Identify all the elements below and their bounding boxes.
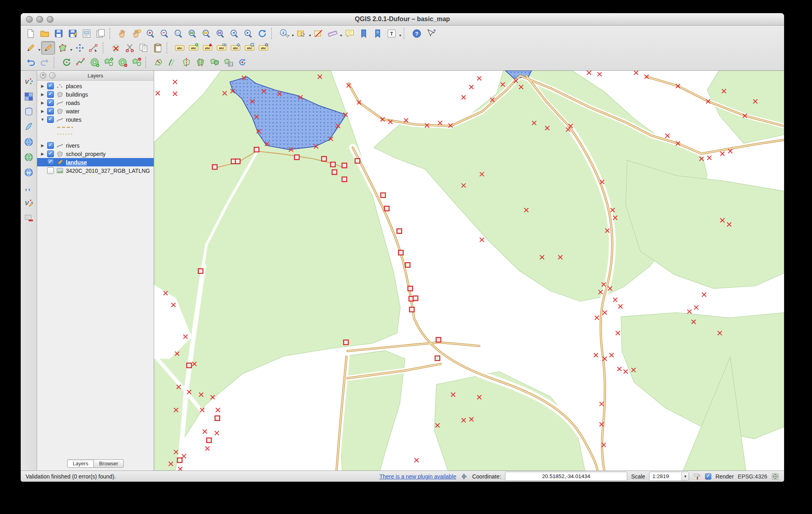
add-ring-button[interactable] — [88, 56, 101, 69]
map-canvas[interactable] — [154, 71, 784, 471]
measure-button[interactable] — [326, 27, 339, 40]
save-project-button[interactable] — [52, 27, 65, 40]
plugin-available-link[interactable]: There is a new plugin available — [379, 473, 456, 480]
whats-this-button[interactable]: ? — [424, 27, 437, 40]
expand-arrow-icon[interactable]: ▶ — [40, 101, 45, 105]
offset-curve-button[interactable] — [166, 56, 179, 69]
delete-part-button[interactable] — [130, 56, 143, 69]
reshape-features-button[interactable] — [152, 56, 165, 69]
label-rotate-button[interactable]: abc — [243, 42, 256, 54]
node-tool-button[interactable] — [87, 42, 100, 54]
move-feature-button[interactable] — [73, 42, 86, 54]
add-raster-layer-button[interactable] — [22, 91, 35, 103]
composer-manager-button[interactable] — [94, 27, 107, 40]
new-project-button[interactable] — [24, 27, 37, 40]
refresh-map-button[interactable] — [255, 27, 269, 40]
collapse-arrow-icon[interactable]: ▼ — [40, 117, 45, 122]
expand-arrow-icon[interactable]: ▶ — [40, 84, 45, 88]
layer-item-3420C_2010_327_RGB_LATLNG[interactable]: 3420C_2010_327_RGB_LATLNG — [37, 166, 154, 175]
add-delimited-text-layer-button[interactable]: ,, — [22, 182, 35, 194]
delete-ring-button[interactable] — [116, 56, 129, 69]
expand-arrow-icon[interactable]: ▶ — [40, 143, 45, 148]
deselect-features-button[interactable] — [312, 27, 325, 40]
layer-item-water[interactable]: ▶water — [37, 107, 154, 115]
split-parts-button[interactable] — [194, 56, 207, 69]
layer-item-school_property[interactable]: ▶school_property — [37, 150, 154, 158]
pan-map-button[interactable] — [116, 27, 129, 40]
layer-visibility-checkbox[interactable] — [47, 83, 54, 89]
zoom-actual-size-button[interactable]: 1:1 — [172, 27, 185, 40]
tab-layers[interactable]: Layers — [67, 459, 94, 468]
zoom-last-button[interactable] — [228, 27, 241, 40]
layer-labeling-button[interactable]: abc — [173, 42, 186, 54]
stop-rendering-icon[interactable] — [693, 472, 701, 480]
rotate-point-symbols-button[interactable] — [236, 56, 249, 69]
layer-item-places[interactable]: ▶places — [37, 82, 154, 90]
layer-visibility-checkbox[interactable] — [47, 159, 54, 166]
scale-dropdown-icon[interactable]: ▼ — [681, 472, 689, 480]
paste-features-button[interactable] — [151, 42, 164, 54]
new-shapefile-layer-button[interactable]: V — [22, 197, 35, 209]
layer-visibility-checkbox[interactable] — [47, 108, 54, 115]
merge-attributes-button[interactable] — [222, 56, 235, 69]
delete-selected-button[interactable] — [109, 42, 122, 54]
save-project-as-button[interactable] — [66, 27, 79, 40]
label-pin-button[interactable]: abc — [201, 42, 214, 54]
show-bookmarks-button[interactable] — [371, 27, 384, 40]
zoom-to-selection-button[interactable] — [200, 27, 213, 40]
label-add-button[interactable]: abc — [187, 42, 200, 54]
add-feature-button[interactable] — [56, 42, 69, 54]
label-move-button[interactable]: abc — [229, 42, 242, 54]
current-edits-button[interactable] — [24, 42, 37, 54]
add-spatialite-layer-button[interactable] — [22, 121, 35, 133]
zoom-next-button[interactable] — [242, 27, 255, 40]
add-vector-layer-button[interactable]: V — [22, 75, 35, 87]
zoom-in-button[interactable] — [144, 27, 157, 40]
select-features-button[interactable] — [295, 27, 308, 40]
toggle-editing-button[interactable] — [41, 41, 55, 55]
coordinate-input[interactable] — [505, 472, 627, 481]
layer-visibility-checkbox[interactable] — [47, 99, 54, 106]
remove-layer-button[interactable] — [22, 212, 35, 224]
pan-to-selection-button[interactable] — [130, 27, 143, 40]
layer-visibility-checkbox[interactable] — [47, 91, 54, 98]
simplify-feature-button[interactable] — [74, 56, 87, 69]
layer-visibility-checkbox[interactable] — [47, 142, 54, 149]
label-show-hide-button[interactable]: abc — [215, 42, 228, 54]
zoom-out-button[interactable] — [158, 27, 171, 40]
expand-arrow-icon[interactable]: ▶ — [40, 109, 45, 113]
scale-combo[interactable]: 1:2819 ▼ — [649, 472, 689, 481]
zoom-window-button[interactable] — [47, 16, 53, 23]
redo-button[interactable] — [38, 56, 51, 69]
label-properties-button[interactable]: abc — [257, 42, 270, 54]
plugin-icon[interactable] — [460, 472, 468, 480]
layer-item-routes[interactable]: ▼routes — [37, 115, 154, 124]
add-part-button[interactable] — [102, 56, 115, 69]
rotate-feature-button[interactable] — [60, 56, 73, 69]
panel-close-icon[interactable]: ✕ — [40, 72, 46, 79]
zoom-to-layer-button[interactable] — [214, 27, 227, 40]
tab-browser[interactable]: Browser — [94, 459, 124, 468]
add-wfs-layer-button[interactable]: W — [22, 166, 35, 178]
layer-item-buildings[interactable]: ▶buildings — [37, 90, 154, 99]
open-project-button[interactable] — [38, 27, 51, 40]
split-features-button[interactable] — [180, 56, 193, 69]
expand-arrow-icon[interactable]: ▶ — [40, 152, 45, 156]
undo-button[interactable] — [24, 56, 37, 69]
map-tips-button[interactable] — [343, 27, 356, 40]
title-bar[interactable]: QGIS 2.0.1-Dufour – basic_map — [21, 13, 784, 26]
add-wms-layer-button[interactable] — [22, 136, 35, 148]
text-annotation-button[interactable]: T — [385, 27, 398, 40]
crs-status-icon[interactable] — [771, 472, 779, 480]
layer-visibility-checkbox[interactable] — [47, 150, 54, 157]
layer-item-rivers[interactable]: ▶rivers — [37, 141, 154, 150]
expand-arrow-icon[interactable]: ▶ — [40, 92, 45, 97]
render-checkbox[interactable] — [705, 473, 711, 480]
minimize-window-button[interactable] — [36, 16, 43, 23]
help-button[interactable]: ? — [410, 27, 423, 40]
layer-visibility-checkbox[interactable] — [47, 116, 54, 123]
layer-visibility-checkbox[interactable] — [47, 167, 54, 174]
panel-float-icon[interactable]: ◦ — [49, 72, 55, 79]
add-wcs-layer-button[interactable] — [22, 151, 35, 163]
identify-features-button[interactable]: i — [277, 27, 291, 40]
